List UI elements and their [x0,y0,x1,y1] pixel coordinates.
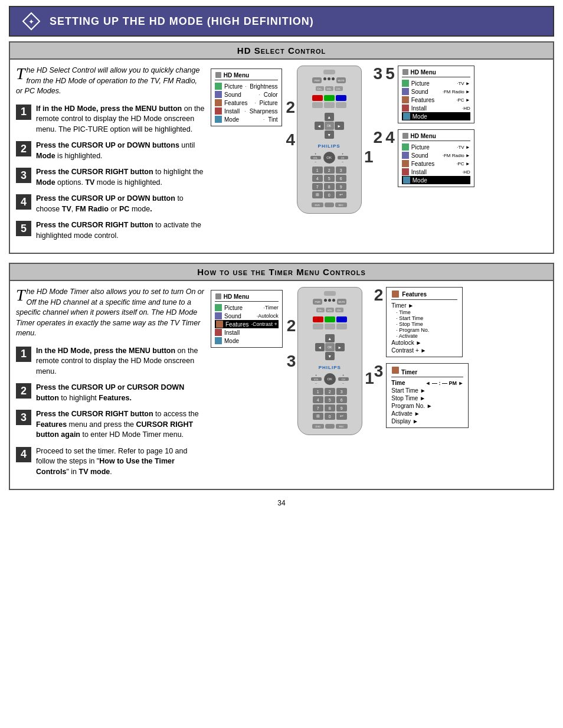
num-star[interactable]: ⊞ [312,191,323,198]
small-btn[interactable]: VOL [325,86,333,91]
red-btn[interactable] [312,95,323,101]
section2-header: How to use the Timer Menu Controls [10,264,553,281]
dpad2-down[interactable]: ▼ [325,352,335,360]
sound-icon-t [215,312,222,319]
dpad-empty [335,130,344,139]
picture-icon-t [215,304,222,311]
dpad-up[interactable]: ▲ [325,113,334,121]
menu-box-3: HD Menu Picture ·TV ► Sound ·FM Radio ► [398,129,474,187]
green-btn[interactable] [324,95,335,101]
dpad-right[interactable]: ► [335,122,344,130]
num2-3[interactable]: 3 [336,388,347,395]
num-3[interactable]: 3 [336,167,346,174]
blue-btn[interactable] [336,95,346,101]
vol-group: + VOL − [310,152,321,164]
vol-slider[interactable]: VOL [310,156,321,159]
step-item: 4 Press the CURSOR UP or DOWN button to … [16,194,205,214]
num2-2[interactable]: 2 [325,388,335,395]
drop-cap-t2: T [16,287,25,303]
dpad-down[interactable]: ▼ [325,130,334,139]
bottom-btn-right[interactable]: REC [335,203,347,207]
step-item: 2 Press the CURSOR UP or DOWN buttons un… [16,141,205,161]
num2-8[interactable]: 8 [325,404,335,412]
timer-time-row: Time ◄ — : — PM ► [391,379,463,387]
num2-1[interactable]: 1 [313,388,323,395]
gray-btn2[interactable] [313,324,323,329]
timer-menu-title: HD Menu [215,293,279,302]
num-8[interactable]: 8 [324,183,335,190]
timer-detail: Timer Time ◄ — : — PM ► Start Time ► Sto… [386,363,469,428]
num-4[interactable]: 4 [312,175,323,182]
step-item: 4 Proceed to set the timer. Refer to pag… [16,446,205,478]
num2-9[interactable]: 9 [336,404,347,412]
remote2-mute[interactable]: MUTE [337,299,346,305]
menu2-icon [402,68,409,76]
bottom-btn2-right[interactable]: REC [336,424,348,429]
small-btn2[interactable]: VOL [326,308,334,312]
red-btn2[interactable] [313,316,323,322]
ok-btn[interactable]: OK [323,152,335,164]
remote-btn-right[interactable]: MUTE [336,77,346,83]
step-text-5: Press the CURSOR RIGHT button to activat… [36,220,205,241]
small-btn[interactable]: CH- [335,86,343,91]
dpad2-up[interactable]: ▲ [325,334,335,342]
num-6[interactable]: 6 [336,175,346,182]
num-7[interactable]: 7 [312,183,323,190]
vol2-slider[interactable]: VOL [311,377,322,381]
num-9[interactable]: 9 [336,183,346,190]
gray-btn[interactable] [324,102,335,108]
num-0[interactable]: 0 [324,191,335,198]
num2-5[interactable]: 5 [325,396,335,403]
page-number: 34 [0,499,563,507]
num2-star[interactable]: ⊞ [313,413,323,420]
green-btn2[interactable] [325,316,335,322]
ch2-slider[interactable]: CH [338,377,349,381]
dpad2-left[interactable]: ◄ [315,343,325,351]
remote-connector [323,70,335,74]
remote2-dots [324,299,335,305]
gray-btn2[interactable] [325,324,335,329]
dpad: ▲ ◄ OK ► ▼ [315,113,344,139]
num-hash[interactable]: ↩ [336,191,346,198]
dpad-left[interactable]: ◄ [315,122,324,130]
num-2[interactable]: 2 [324,167,335,174]
vol-label-minus: − [315,160,316,164]
menu-box-2: HD Menu Picture ·TV ► Sound ·FM Radio ► [398,66,474,123]
dpad2-ok[interactable]: OK [325,343,335,351]
num-5[interactable]: 5 [324,175,335,182]
feat-row: Contrast + ► [391,347,457,354]
bottom-btn2[interactable] [325,424,335,429]
menu-item: Mode ·Tint [215,115,278,123]
small-btn[interactable]: CH+ [316,86,324,91]
num2-7[interactable]: 7 [313,404,323,412]
small-btn2[interactable]: CH- [335,308,343,312]
ok2-btn[interactable]: OK [324,373,336,385]
blue-btn2[interactable] [336,316,347,322]
bottom-btn2[interactable]: DVD [312,424,324,429]
bottom-btn[interactable]: DVD [312,203,323,207]
small-btn2[interactable]: CH+ [316,308,325,312]
ch-slider[interactable]: CH [338,156,348,159]
install-icon3 [402,168,409,175]
num2-hash[interactable]: ↩ [336,413,347,420]
remote2-small-row: CH+ VOL CH- [316,308,343,312]
remote2-pwr[interactable]: PWR [313,299,322,305]
num2-0[interactable]: 0 [325,413,335,420]
num-1[interactable]: 1 [312,167,323,174]
gray-btn[interactable] [336,102,346,108]
gray-btn2[interactable] [336,324,347,329]
num2-4[interactable]: 4 [313,396,323,403]
gray-btn[interactable] [312,102,323,108]
remote-btn[interactable]: PWR [312,77,322,83]
step-badge-2b: 2 [374,129,383,146]
bottom-btn[interactable] [325,203,334,207]
page-header: ✦ Setting up the HD Mode (High Definitio… [9,6,554,37]
dpad2-right[interactable]: ► [335,343,345,351]
dpad-ok[interactable]: OK [325,122,334,130]
svg-rect-4 [402,133,408,139]
num2-6[interactable]: 6 [336,396,347,403]
section-timer: How to use the Timer Menu Controls The H… [9,263,554,490]
features-submenu: Features Timer ► · Time · Start Time · S… [386,287,463,357]
section1-title: HD Select Control [19,45,544,56]
remote-dots [323,77,335,83]
